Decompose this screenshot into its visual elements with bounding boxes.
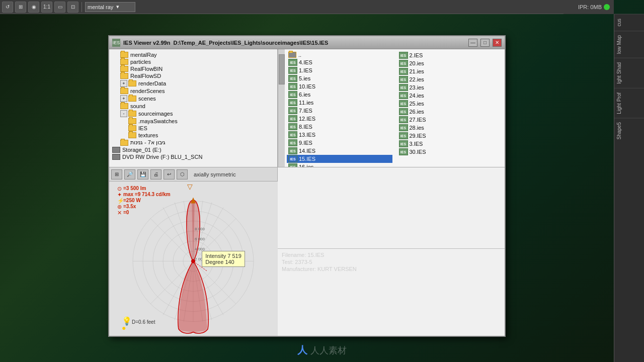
file-entry-dotdot[interactable]: .. (287, 51, 392, 58)
file-entry-6ies[interactable]: IES6.ies (287, 90, 392, 99)
file-entry-16ies[interactable]: IES16.ies (287, 163, 392, 167)
viewer-btn-5[interactable]: ↩ (164, 169, 175, 179)
window-app-icon: IES (112, 39, 120, 47)
tree-item-gibun[interactable]: גיבון א7 - גנינות (111, 139, 275, 146)
file-entry-1ies[interactable]: IES1.IES (287, 66, 392, 74)
viewer-btn-2[interactable]: 🔎 (124, 169, 135, 179)
info-filename-label: Filename: (282, 252, 306, 258)
info-filename-line: Filename: 15.IES (282, 252, 501, 258)
tree-item-scenes[interactable]: + scenes (111, 95, 275, 103)
maya-right-flowmap[interactable]: low Map (614, 31, 644, 58)
info-manufacturer-line: Manufacturer: KURT VERSEN (282, 266, 501, 272)
tree-item-textures[interactable]: textures (111, 132, 275, 139)
file-entry-8ies[interactable]: IES8.IES (287, 123, 392, 131)
file-entry-25ies[interactable]: IES25.ies (397, 100, 503, 108)
tree-item-mayaswatches[interactable]: .mayaSwatches (111, 118, 275, 125)
renderer-dropdown[interactable]: mental ray ▾ (85, 2, 135, 12)
file-entry-23ies[interactable]: IES23.ies (397, 83, 503, 92)
file-entry-14ies[interactable]: IES14.IES (287, 147, 392, 155)
top-toolbar: ↺ ⊞ ◉ 1:1 ▭ ⊡ mental ray ▾ (0, 0, 614, 14)
file-entry-4ies[interactable]: IES4.IES (287, 58, 392, 66)
toolbar-rect-icon[interactable]: ▭ (54, 2, 65, 13)
toolbar-ratio-icon[interactable]: 1:1 (41, 2, 52, 13)
ies-viewer-window: IES IES Viewer v2.99n D:\Temp_AE_Project… (108, 35, 506, 337)
ipr-bar: IPR: 0MB (564, 0, 614, 14)
tree-scrollbar[interactable] (278, 49, 285, 167)
file-list-col2: IES2.IES IES20.ies IES21.ies IES22.ies I (397, 51, 503, 167)
viewer-btn-4[interactable]: 🖨 (150, 169, 162, 179)
file-list-col1: .. IES4.IES IES1.IES IES5.ies IES10.IES (287, 51, 392, 167)
window-close-btn[interactable]: ✕ (493, 39, 502, 47)
file-entry-27ies[interactable]: IES27.IES (397, 116, 503, 124)
file-info-panel: Filename: 15.IES Test: 2373-5 Manufactur… (278, 248, 505, 336)
file-entry-26ies[interactable]: IES26.ies (397, 108, 503, 116)
triangle-marker: ▽ (187, 183, 193, 191)
file-entry-11ies[interactable]: IES11.ies (287, 99, 392, 107)
file-entry-20ies[interactable]: IES20.ies (397, 59, 503, 67)
file-entry-3ies[interactable]: IES3.IES (397, 140, 503, 148)
tree-item-storage[interactable]: Storage_01 (E:) (111, 146, 275, 153)
svg-text:4 000: 4 000 (195, 247, 205, 251)
viewer-btn-3[interactable]: 💾 (137, 169, 148, 179)
file-entry-12ies[interactable]: IES12.IES (287, 115, 392, 123)
file-entry-7ies[interactable]: IES7.IES (287, 107, 392, 115)
window-minimize-btn[interactable]: — (468, 39, 477, 47)
file-entry-9ies[interactable]: IES9.IES (287, 139, 392, 147)
toolbar-grid-icon[interactable]: ⊞ (15, 2, 26, 13)
dropdown-arrow: ▾ (116, 4, 119, 10)
file-entry-13ies[interactable]: IES13.IES (287, 131, 392, 139)
file-entry-10ies[interactable]: IES10.IES (287, 82, 392, 90)
tooltip-intensity: Intensity 7 519 (205, 253, 242, 259)
bulb-label: D=0.6 feet (132, 319, 155, 325)
toolbar-snap-icon[interactable]: ⊡ (67, 2, 78, 13)
tilt-icon: ✕ (117, 210, 122, 216)
file-entry-29ies[interactable]: IES29.IES (397, 132, 503, 140)
window-restore-btn[interactable]: □ (480, 39, 490, 47)
tree-scroll-area[interactable]: mentalRay particles RealFlowBIN (109, 49, 277, 167)
file-entry-30ies[interactable]: IES30.IES (397, 148, 503, 156)
tree-item-renderscenes[interactable]: renderScenes (111, 87, 275, 95)
viewer-btn-1[interactable]: ⊞ (111, 169, 122, 179)
file-tree-panel: mentalRay particles RealFlowBIN (109, 49, 278, 167)
file-entry-22ies[interactable]: IES22.ies (397, 75, 503, 83)
maya-right-panel: cus low Map Ight Shad Light Prof Shape5 (614, 14, 644, 362)
file-list-panel[interactable]: .. IES4.IES IES1.IES IES5.ies IES10.IES (285, 49, 505, 167)
tree-item-realflowbin[interactable]: RealFlowBIN (111, 65, 275, 72)
file-entry-21ies[interactable]: IES21.ies (397, 67, 503, 75)
tree-item-realflowsd[interactable]: RealFlowSD (111, 72, 275, 79)
tree-item-sourceimages[interactable]: - sourceimages (111, 110, 275, 118)
tree-toggle-renderdata[interactable]: + (120, 80, 127, 87)
maya-right-lightshadow[interactable]: Ight Shad (614, 58, 644, 88)
polar-watts-label: =250 W (123, 198, 141, 203)
tree-item-mentalray[interactable]: mentalRay (111, 51, 275, 58)
viewer-btn-6[interactable]: ⬡ (177, 169, 188, 179)
toolbar-reset-icon[interactable]: ↺ (2, 2, 13, 13)
bulb-icon-small: ● (122, 324, 126, 332)
file-entry-5ies[interactable]: IES5.ies (287, 74, 392, 82)
info-test-label: Test: (282, 259, 293, 265)
file-entry-15ies[interactable]: IES15.IES (287, 155, 392, 163)
maya-right-focus[interactable]: cus (614, 14, 644, 31)
renderer-label: mental ray (88, 4, 113, 10)
maya-right-shapes[interactable]: Shape5 (614, 118, 644, 143)
toolbar-sep (82, 2, 82, 12)
tree-item-renderdata[interactable]: + renderData (111, 79, 275, 87)
tree-toggle-sourceimages[interactable]: - (120, 110, 127, 117)
tree-toggle-scenes[interactable]: + (120, 95, 127, 102)
file-entry-24ies[interactable]: IES24.ies (397, 92, 503, 100)
viewer-toolbar: ⊞ 🔎 💾 🖨 ↩ ⬡ axially symmetric (109, 167, 277, 182)
svg-text:8 000: 8 000 (195, 227, 205, 231)
maya-right-lightprofile[interactable]: Light Prof (614, 88, 644, 118)
tree-item-sound[interactable]: sound (111, 103, 275, 110)
toolbar-circle-icon[interactable]: ◉ (28, 2, 39, 13)
tree-scrollbar-thumb[interactable] (279, 54, 285, 84)
file-entry-2ies[interactable]: IES2.IES (397, 51, 503, 59)
info-test-value: 2373-5 (295, 259, 312, 265)
tree-item-particles[interactable]: particles (111, 58, 275, 65)
tree-item-dvd[interactable]: DVD RW Drive (F:) BLU_1_SCN (111, 153, 275, 160)
tree-item-ies[interactable]: IES (111, 125, 275, 132)
polar-lumen-label: =3 500 lm (123, 186, 146, 191)
polar-cdkm-label: max =9 714.3 cd/km (123, 192, 171, 197)
ipr-indicator (604, 4, 610, 10)
file-entry-28ies[interactable]: IES28.ies (397, 124, 503, 132)
